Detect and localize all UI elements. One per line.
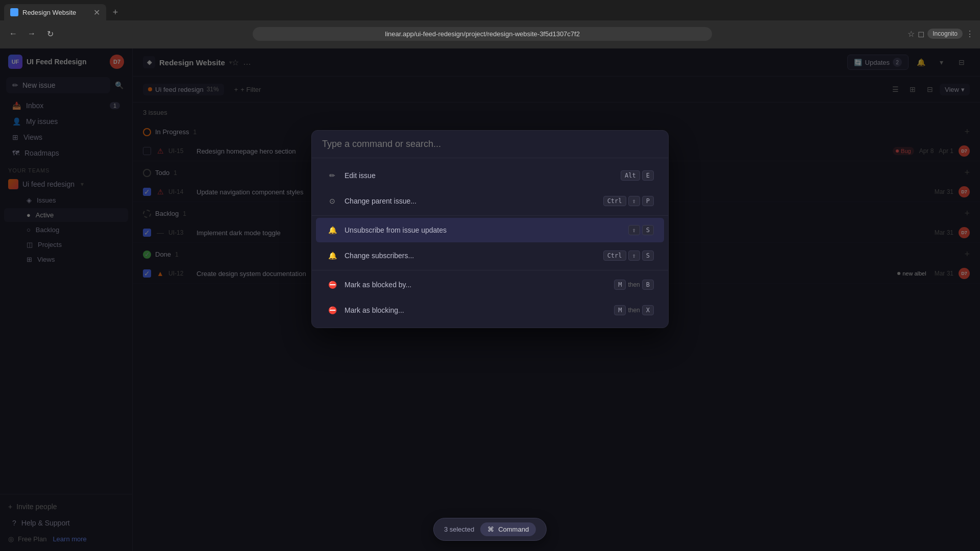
blocking-shortcut: M then X bbox=[614, 305, 654, 315]
address-bar-row: ← → ↻ linear.app/ui-feed-redesign/projec… bbox=[0, 20, 980, 47]
active-tab[interactable]: Redesign Website ✕ bbox=[4, 4, 106, 20]
cmd-item-blocked[interactable]: ⛔ Mark as blocked by... M then B bbox=[316, 272, 664, 297]
cmd-item-subscribers[interactable]: 🔔 Change subscribers... Ctrl ⇧ S bbox=[316, 243, 664, 268]
kbd-shift: ⇧ bbox=[628, 196, 640, 206]
cmd-item-unsubscribe[interactable]: 🔔 Unsubscribe from issue updates ⇧ S bbox=[316, 218, 664, 242]
parent-shortcut: Ctrl ⇧ P bbox=[603, 196, 654, 206]
menu-icon[interactable]: ⋮ bbox=[966, 29, 974, 39]
kbd-b: B bbox=[642, 280, 654, 290]
tab-close-button[interactable]: ✕ bbox=[93, 8, 100, 17]
blocked-icon: ⛔ bbox=[326, 279, 338, 291]
tab-bar: Redesign Website ✕ + bbox=[0, 0, 980, 20]
kbd-m-blocked: M bbox=[614, 280, 626, 290]
selected-count: 3 selected bbox=[444, 525, 474, 533]
kbd-s: S bbox=[642, 225, 654, 235]
command-items: ✏ Edit issue Alt E ⊙ Change parent issue… bbox=[312, 158, 668, 328]
blocking-icon: ⛔ bbox=[326, 304, 338, 316]
cmd-item-edit[interactable]: ✏ Edit issue Alt E bbox=[316, 163, 664, 188]
blocked-shortcut: M then B bbox=[614, 280, 654, 290]
star-icon[interactable]: ☆ bbox=[908, 29, 915, 39]
kbd-ctrl2: Ctrl bbox=[603, 251, 626, 261]
edit-shortcut: Alt E bbox=[621, 170, 654, 181]
then-text-blocked: then bbox=[628, 281, 640, 288]
kbd-x: X bbox=[642, 305, 654, 315]
edit-icon: ✏ bbox=[326, 169, 338, 182]
incognito-badge: Incognito bbox=[927, 29, 963, 39]
command-button[interactable]: ⌘ Command bbox=[480, 522, 536, 536]
back-button[interactable]: ← bbox=[6, 27, 20, 41]
address-bar[interactable]: linear.app/ui-feed-redesign/project/rede… bbox=[253, 27, 712, 41]
unsubscribe-icon: 🔔 bbox=[326, 224, 338, 236]
refresh-button[interactable]: ↻ bbox=[43, 27, 57, 41]
cmd-label-unsubscribe: Unsubscribe from issue updates bbox=[345, 226, 622, 234]
kbd-p: P bbox=[642, 196, 654, 206]
unsubscribe-shortcut: ⇧ S bbox=[628, 225, 654, 235]
kbd-e: E bbox=[642, 170, 654, 181]
cmd-item-parent[interactable]: ⊙ Change parent issue... Ctrl ⇧ P bbox=[316, 189, 664, 213]
tab-title: Redesign Website bbox=[22, 9, 89, 16]
command-search-input[interactable] bbox=[322, 139, 658, 149]
cmd-label-blocking: Mark as blocking... bbox=[345, 306, 608, 314]
kbd-shift2: ⇧ bbox=[628, 225, 640, 235]
tab-favicon bbox=[10, 8, 18, 16]
kbd-s2: S bbox=[642, 251, 654, 261]
parent-icon: ⊙ bbox=[326, 195, 338, 207]
cmd-label-subscribers: Change subscribers... bbox=[345, 252, 597, 260]
cmd-label-blocked: Mark as blocked by... bbox=[345, 281, 608, 289]
command-label: Command bbox=[498, 525, 529, 533]
new-tab-button[interactable]: + bbox=[108, 5, 122, 19]
extension-icon[interactable]: ◻ bbox=[918, 29, 924, 39]
command-icon: ⌘ bbox=[487, 525, 494, 533]
cmd-divider-1 bbox=[312, 215, 668, 216]
kbd-m-blocking: M bbox=[614, 305, 626, 315]
subscribers-shortcut: Ctrl ⇧ S bbox=[603, 251, 654, 261]
browser-chrome: Redesign Website ✕ + ← → ↻ linear.app/ui… bbox=[0, 0, 980, 48]
address-bar-actions: ☆ ◻ Incognito ⋮ bbox=[908, 29, 974, 39]
kbd-alt: Alt bbox=[621, 170, 640, 181]
cmd-divider-2 bbox=[312, 270, 668, 270]
kbd-shift3: ⇧ bbox=[628, 251, 640, 261]
command-palette: ✏ Edit issue Alt E ⊙ Change parent issue… bbox=[311, 130, 669, 328]
command-search-row bbox=[312, 131, 668, 158]
cmd-item-blocking[interactable]: ⛔ Mark as blocking... M then X bbox=[316, 298, 664, 322]
forward-button[interactable]: → bbox=[24, 27, 39, 41]
kbd-ctrl: Ctrl bbox=[603, 196, 626, 206]
cmd-label-edit: Edit issue bbox=[345, 171, 615, 180]
command-palette-overlay[interactable]: ✏ Edit issue Alt E ⊙ Change parent issue… bbox=[0, 48, 980, 551]
bottom-bar: 3 selected ⌘ Command bbox=[433, 518, 547, 541]
subscribers-icon: 🔔 bbox=[326, 249, 338, 262]
url-text: linear.app/ui-feed-redesign/project/rede… bbox=[385, 30, 580, 38]
then-text-blocking: then bbox=[628, 307, 640, 314]
cmd-label-parent: Change parent issue... bbox=[345, 197, 597, 205]
